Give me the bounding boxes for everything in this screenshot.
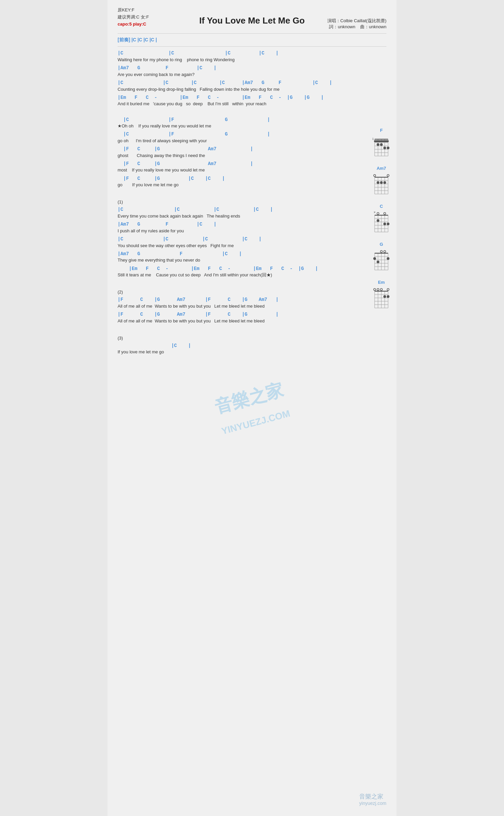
svg-point-81 bbox=[383, 295, 386, 298]
chord-v1-1: |C |C |C |C | bbox=[118, 50, 386, 57]
svg-text:1: 1 bbox=[372, 137, 374, 141]
svg-point-46 bbox=[384, 212, 386, 215]
singer: 演唱：Colbie Caillat(蔻比凯蕾) bbox=[327, 18, 386, 23]
svg-point-14 bbox=[383, 147, 386, 149]
page: 原KEY:F 建议男调:C 女:F capo:5 play:C If You L… bbox=[108, 0, 396, 816]
diagram-G: G bbox=[370, 242, 393, 273]
chord-s1-2: |Am7 G F |C | bbox=[118, 221, 386, 228]
chord-v1-2: |Am7 G F |C | bbox=[118, 65, 386, 72]
chord-s1-1: |C |C |C |C | bbox=[118, 206, 386, 213]
svg-point-45 bbox=[377, 212, 379, 215]
svg-point-48 bbox=[383, 223, 386, 225]
svg-text:×: × bbox=[374, 210, 376, 214]
chord-s1-5: |Em F C - |Em F C - |Em F C - |G | bbox=[118, 266, 386, 272]
svg-point-30 bbox=[377, 181, 379, 184]
diagram-Am7-svg bbox=[371, 172, 391, 196]
diagram-G-label: G bbox=[370, 242, 393, 247]
lyric-s1-3: You should see the way other eyes other … bbox=[118, 243, 386, 249]
music: 曲：unknown bbox=[360, 24, 386, 29]
svg-point-65 bbox=[384, 250, 386, 252]
chord-s3-1: |C | bbox=[118, 343, 386, 349]
lyric-ch-3: ghost Chasing away the things I need the bbox=[118, 153, 386, 159]
section3-block: |C | If you love me let me go bbox=[118, 343, 386, 355]
svg-point-12 bbox=[377, 143, 379, 146]
lyric-ch-1: ★Oh oh If you really love me you would l… bbox=[118, 123, 386, 129]
svg-point-29 bbox=[387, 174, 389, 177]
diagram-F-svg: 1 bbox=[371, 134, 391, 158]
diagram-F-label: F bbox=[370, 128, 393, 133]
intro-section: [前奏] |C |C |C |C | bbox=[118, 37, 386, 43]
lyric-v1-1: Waiting here for my phone to ring phone … bbox=[118, 57, 386, 63]
svg-point-63 bbox=[387, 257, 389, 260]
lyric-ch-4: most If you really love me you would let… bbox=[118, 167, 386, 173]
svg-point-79 bbox=[380, 288, 382, 290]
lyric-s1-5: Still it tears at me Cause you cut so de… bbox=[118, 272, 386, 278]
section-3-marker: (3) bbox=[118, 336, 386, 341]
chord-s2-1: |F C |G Am7 |F C |G Am7 | bbox=[118, 297, 386, 303]
chord-ch-3: |F C |G Am7 | bbox=[118, 146, 386, 153]
section-2-marker: (2) bbox=[118, 289, 386, 295]
diagram-F: F 1 bbox=[370, 128, 393, 159]
intro-label: [前奏] bbox=[118, 37, 130, 42]
lyric-s1-1: Every time you come back again back agai… bbox=[118, 213, 386, 219]
chord-s1-3: |C |C |C |C | bbox=[118, 236, 386, 243]
watermark-bottom: 音樂之家 yinyuezj.com bbox=[359, 792, 386, 806]
diagram-Em-label: Em bbox=[370, 280, 393, 285]
diagram-C: C × bbox=[370, 204, 393, 235]
key-info: 原KEY:F bbox=[118, 7, 386, 14]
svg-point-82 bbox=[387, 295, 389, 298]
watermark: 音樂之家 YINYUEZJ.COM bbox=[212, 378, 292, 438]
svg-point-62 bbox=[377, 261, 379, 263]
chord-ch-1: |C |F G | bbox=[118, 117, 386, 123]
chord-ch-5: |F C |G |C |C | bbox=[118, 176, 386, 182]
lyric-s2-2: All of me all of me Wants to be with you… bbox=[118, 318, 386, 324]
lyric-v1-4: And it buried me 'cause you dug so deep … bbox=[118, 101, 386, 107]
words: 詞：unknown bbox=[329, 24, 355, 29]
diagram-G-svg bbox=[371, 248, 391, 272]
diagram-Em-svg bbox=[371, 286, 391, 310]
guitar-diagrams: F 1 bbox=[370, 128, 393, 311]
chord-s1-4: |Am7 G F |C | bbox=[118, 251, 386, 258]
lyric-v1-2: Are you ever coming back to me again? bbox=[118, 72, 386, 78]
svg-point-13 bbox=[380, 143, 383, 146]
intro-chords: |C |C |C |C | bbox=[131, 37, 157, 42]
diagram-Am7: Am7 bbox=[370, 166, 393, 197]
lyric-ch-5: go If you love me let me go bbox=[118, 182, 386, 188]
divider-2 bbox=[118, 46, 386, 47]
chorus-block: |C |F G | ★Oh oh If you really love me y… bbox=[118, 117, 386, 188]
content-area: 原KEY:F 建议男调:C 女:F capo:5 play:C If You L… bbox=[118, 7, 386, 355]
lyric-s1-2: I push all of my rules aside for you bbox=[118, 228, 386, 234]
section-1-marker: (1) bbox=[118, 199, 386, 204]
svg-point-77 bbox=[374, 288, 376, 290]
lyric-s1-4: They give me everything that you never d… bbox=[118, 257, 386, 263]
section2-block: |F C |G Am7 |F C |G Am7 | All of me all … bbox=[118, 297, 386, 324]
lyric-v1-3: Counting every drop-ling drop-ling falli… bbox=[118, 86, 386, 92]
chord-ch-2: |C |F G | bbox=[118, 131, 386, 138]
diagram-C-svg: × bbox=[371, 210, 391, 234]
diagram-Am7-label: Am7 bbox=[370, 166, 393, 171]
svg-point-80 bbox=[387, 288, 389, 290]
svg-point-28 bbox=[374, 174, 376, 177]
svg-point-47 bbox=[377, 219, 379, 222]
chord-s2-2: |F C |G Am7 |F C |G | bbox=[118, 311, 386, 318]
chord-v1-4: |Em F C - |Em F C - |Em F C - |G |G | bbox=[118, 94, 386, 101]
svg-point-49 bbox=[387, 223, 389, 225]
verse1-block: |C |C |C |C | Waiting here for my phone … bbox=[118, 50, 386, 107]
lyric-s3-1: If you love me let me go bbox=[118, 349, 386, 355]
svg-point-32 bbox=[383, 181, 386, 184]
lyric-ch-2: go oh I'm tired of always sleeping with … bbox=[118, 138, 386, 144]
svg-rect-11 bbox=[374, 140, 389, 142]
svg-point-31 bbox=[380, 181, 383, 184]
svg-point-15 bbox=[387, 147, 389, 149]
divider-1 bbox=[118, 33, 386, 34]
chord-v1-3: |C |C |C |C |Am7 G F |C | bbox=[118, 80, 386, 86]
svg-point-78 bbox=[377, 288, 379, 290]
lyric-s2-1: All of me all of me Wants to be with you… bbox=[118, 303, 386, 309]
svg-point-61 bbox=[373, 257, 376, 260]
section1-block: |C |C |C |C | Every time you come back a… bbox=[118, 206, 386, 278]
diagram-Em: Em bbox=[370, 280, 393, 311]
svg-point-64 bbox=[380, 250, 382, 252]
diagram-C-label: C bbox=[370, 204, 393, 209]
chord-ch-4: |F C |G Am7 | bbox=[118, 161, 386, 167]
